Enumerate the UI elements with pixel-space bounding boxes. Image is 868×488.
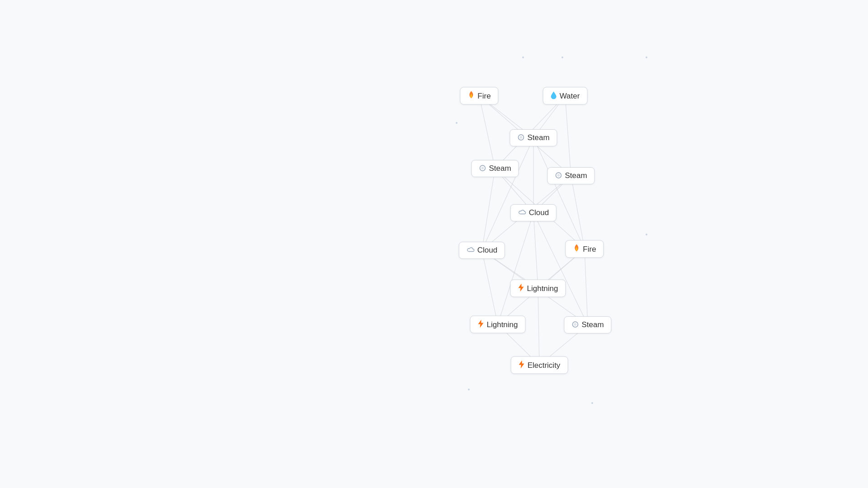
svg-point-36 — [574, 323, 576, 326]
svg-line-21 — [533, 213, 588, 325]
svg-line-12 — [533, 138, 585, 249]
svg-line-24 — [538, 288, 539, 365]
node-label-steam4: Steam — [581, 320, 604, 329]
node-steam2[interactable]: Steam — [471, 160, 519, 177]
node-cloud1[interactable]: Cloud — [510, 204, 557, 221]
svg-line-10 — [482, 169, 495, 250]
decorative-dot — [456, 122, 458, 124]
node-label-cloud2: Cloud — [477, 246, 497, 255]
svg-point-30 — [481, 167, 484, 169]
lightning-icon — [477, 320, 484, 329]
steam-icon — [571, 321, 579, 329]
node-label-fire1: Fire — [477, 91, 491, 100]
decorative-dot — [522, 56, 524, 58]
node-cloud2[interactable]: Cloud — [459, 242, 505, 259]
node-lightning2[interactable]: Lightning — [470, 316, 525, 333]
steam-icon — [517, 134, 524, 142]
node-label-fire2: Fire — [583, 244, 596, 253]
fire-icon — [467, 91, 475, 101]
decorative-dot — [561, 56, 563, 58]
node-label-water1: Water — [560, 91, 580, 100]
electricity-icon — [519, 361, 525, 370]
svg-line-19 — [482, 250, 498, 324]
node-steam4[interactable]: Steam — [564, 316, 611, 333]
svg-line-5 — [565, 96, 571, 176]
water-icon — [551, 91, 557, 101]
svg-line-18 — [498, 213, 533, 324]
decorative-dot — [468, 389, 470, 390]
svg-line-23 — [585, 249, 588, 325]
diagram-canvas: FireWaterSteamSteamSteamCloudCloudFireLi… — [0, 0, 868, 488]
svg-marker-34 — [478, 320, 483, 328]
node-fire2[interactable]: Fire — [565, 240, 604, 258]
cloud-icon — [467, 246, 475, 254]
node-steam3[interactable]: Steam — [547, 167, 594, 184]
cloud-icon — [518, 209, 526, 217]
node-water1[interactable]: Water — [543, 87, 588, 105]
node-label-lightning2: Lightning — [486, 320, 518, 329]
svg-line-1 — [479, 96, 495, 169]
node-label-cloud1: Cloud — [529, 208, 549, 217]
node-steam1[interactable]: Steam — [509, 129, 557, 146]
connections-svg — [0, 0, 868, 488]
svg-line-14 — [571, 176, 585, 249]
svg-line-15 — [533, 213, 538, 288]
node-label-steam3: Steam — [565, 171, 587, 180]
node-label-steam2: Steam — [489, 164, 511, 173]
decorative-dot — [591, 402, 593, 404]
fire-icon — [573, 244, 580, 254]
svg-point-32 — [557, 174, 560, 177]
node-lightning1[interactable]: Lightning — [510, 280, 566, 297]
decorative-dot — [646, 234, 647, 235]
svg-marker-37 — [519, 361, 524, 369]
node-label-steam1: Steam — [527, 133, 549, 142]
svg-line-9 — [482, 138, 533, 250]
svg-point-28 — [519, 136, 522, 139]
node-fire1[interactable]: Fire — [460, 87, 498, 105]
steam-icon — [479, 164, 486, 173]
steam-icon — [555, 172, 562, 180]
lightning-icon — [518, 284, 524, 293]
node-label-lightning1: Lightning — [527, 284, 558, 293]
node-electricity[interactable]: Electricity — [511, 357, 568, 374]
svg-marker-33 — [518, 284, 524, 292]
node-label-electricity: Electricity — [528, 361, 561, 370]
decorative-dot — [646, 56, 647, 58]
